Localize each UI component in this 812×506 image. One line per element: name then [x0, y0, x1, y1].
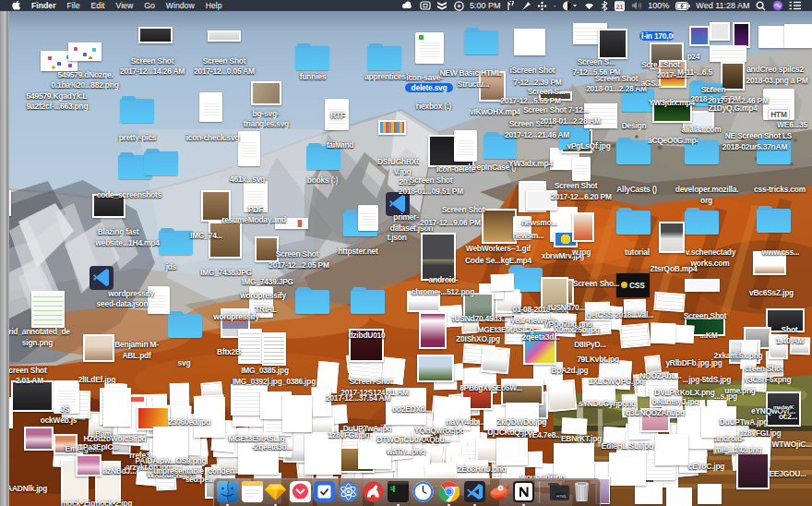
svg-text:$▌: $▌ — [390, 486, 397, 492]
svg-text:HTML: HTML — [556, 494, 567, 499]
